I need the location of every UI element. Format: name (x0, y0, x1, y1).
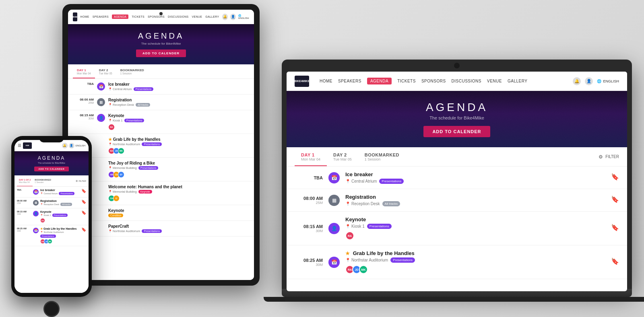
laptop-filter-button[interactable]: ⚙ FILTER (599, 154, 619, 160)
agenda-time: TBA (295, 175, 323, 180)
p-user-avatar[interactable]: 👤 (69, 143, 74, 148)
session-meta: 📍 Northstar Auditorium Presentations (345, 257, 605, 263)
p-filter-label: FILTER (78, 180, 86, 182)
bookmark-icon[interactable]: 🔖 (611, 224, 619, 233)
t-item-content: Keynote 📍 Kiosk 1 Presentations RA (108, 113, 249, 130)
phone-tab-bookmarked[interactable]: BOOKMARKED 1 Session (33, 175, 53, 186)
p-item-content: Registration 📍 Reception Desk All tracks (40, 200, 80, 206)
t-badge: Condition (108, 214, 123, 217)
tablet-agenda-list: TBA 📅 Ice breaker 📍 Central Atrium Prese… (68, 79, 254, 280)
laptop-tab-day1[interactable]: DAY 1 Mon Mar 04 (295, 147, 327, 166)
tablet-tab-bookmarked[interactable]: BOOKMARKED 1 Session (116, 64, 148, 78)
t-nav-sponsors[interactable]: SPONSORS (148, 15, 165, 18)
p-bookmark-icon[interactable]: 🔖 (81, 189, 86, 193)
nav-tickets[interactable]: TICKETS (397, 79, 416, 83)
phone-hero-title: AGENDA (38, 155, 66, 161)
p-session-title: Keynote (40, 210, 80, 213)
session-location: 📍 Central Atrium (345, 179, 377, 183)
nav-venue[interactable]: VENUE (487, 79, 502, 83)
t-nav-home[interactable]: HOME (80, 15, 89, 18)
p-bookmark-icon[interactable]: 🔖 (81, 227, 86, 232)
session-meta: 📍 Reception Desk All tracks (345, 201, 605, 206)
tablet-tab-day2-label: DAY 2 (99, 68, 112, 72)
t-session-title: Ice breaker (108, 82, 249, 86)
t-item-content: Welcome note: Humans and the planet 📍 Me… (108, 185, 249, 202)
nav-home[interactable]: HOME (320, 79, 332, 83)
tablet-tabs: DAY 1 Mon Mar 04 DAY 2 Tue Mar 05 BOOKMA… (68, 64, 254, 79)
t-session-icon (97, 161, 105, 169)
phone-filter-button[interactable]: ⚙ FILTER (76, 180, 86, 182)
list-item: TBA 📅 Ice breaker 📍 Central Atrium Prese… (68, 79, 254, 95)
laptop-tab-bookmarked[interactable]: BOOKMARKED 1 Session (358, 147, 406, 166)
agenda-time: 08:25 AM 30M (295, 258, 323, 267)
tablet-nav-links: HOME SPEAKERS AGENDA TICKETS SPONSORS DI… (80, 14, 219, 19)
phone-add-to-calendar-button[interactable]: ADD TO CALENDER (34, 167, 68, 171)
language-selector[interactable]: 🌐 ENGLISH (597, 79, 619, 83)
agenda-item-content: Registration 📍 Reception Desk All tracks (345, 194, 605, 206)
t-nav-gallery[interactable]: GALLERY (205, 15, 219, 18)
p-bookmark-icon[interactable]: 🔖 (81, 200, 86, 204)
nav-agenda[interactable]: AGENDA (367, 78, 392, 84)
t-nav-tickets[interactable]: TICKETS (132, 15, 144, 18)
t-location: 📍 Northstar Auditorium (108, 142, 140, 146)
agenda-item-content: Ice breaker 📍 Central Atrium Presentatio… (345, 171, 605, 184)
phone-tab-day1[interactable]: DAY 1 OF 2 Mon Mar 04 (17, 175, 33, 186)
list-item: The Joy of Riding a Bike 📍 Memorial Buil… (68, 158, 254, 181)
tablet-hero: AGENDA The schedule for Bike4Mike ADD TO… (68, 24, 254, 64)
nav-sponsors[interactable]: SPONSORS (421, 79, 446, 83)
t-time: 08:00 AM 25M (73, 98, 94, 104)
table-row: TBA 📅 Ice breaker 📍 Central Atrium Prese… (287, 167, 627, 189)
t-nav-speakers[interactable]: SPEAKERS (93, 15, 109, 18)
t-session-meta: 📍 Kiosk 1 Presentations (108, 119, 249, 122)
laptop-nav-links: HOME SPEAKERS AGENDA TICKETS SPONSORS DI… (320, 78, 566, 84)
bell-icon[interactable]: 🔔 (573, 77, 581, 85)
laptop-tab-day1-date: Mon Mar 04 (301, 157, 320, 161)
tablet-tab-day2[interactable]: DAY 2 Tue Mar 05 (95, 64, 116, 78)
t-session-title: Welcome note: Humans and the planet (108, 185, 249, 189)
p-language[interactable]: ENGLISH (76, 144, 85, 147)
t-location: 📍 Reception Desk (108, 103, 134, 107)
laptop-device: BIKE 4MIKE HOME SPEAKERS AGENDA TICKETS … (282, 60, 632, 309)
tablet-add-to-calendar-button[interactable]: ADD TO CALENDER (136, 49, 186, 57)
laptop-tab-day2[interactable]: DAY 2 Tue Mar 05 (327, 147, 358, 166)
phone-hero-subtitle: The schedule for Bike4Mike (38, 162, 65, 164)
t-nav-venue[interactable]: VENUE (192, 15, 202, 18)
p-bell-icon[interactable]: 🔔 (62, 143, 68, 148)
t-session-icon (97, 138, 105, 146)
t-language[interactable]: 🌐 ENGLISH (238, 14, 250, 19)
bookmark-icon[interactable]: 🔖 (611, 196, 619, 205)
t-location: 📍 Northstar Auditorium (108, 229, 140, 233)
p-bookmark-icon[interactable]: 🔖 (81, 210, 86, 215)
t-bell-icon[interactable]: 🔔 (222, 14, 228, 20)
t-session-icon (97, 224, 105, 233)
hamburger-icon[interactable]: ☰ (18, 143, 21, 148)
nav-discussions[interactable]: DISCUSSIONS (452, 79, 481, 83)
t-item-content: ★ Grab Life by the Handles 📍 Northstar A… (108, 137, 249, 154)
t-user-avatar[interactable]: 👤 (230, 14, 236, 20)
t-nav-agenda[interactable]: AGENDA (112, 14, 128, 19)
list-item: ★ Grab Life by the Handles 📍 Northstar A… (68, 134, 254, 158)
tablet-tab-day1[interactable]: DAY 1 Mon Mar 04 (73, 64, 95, 78)
t-speaker-avatars: AB CD EF (108, 171, 249, 178)
nav-speakers[interactable]: SPEAKERS (338, 79, 361, 83)
nav-gallery[interactable]: GALLERY (508, 79, 527, 83)
phone-tab-day1-date: Mon Mar 04 (19, 181, 31, 183)
t-nav-discussions[interactable]: DISCUSSIONS (168, 15, 189, 18)
laptop-add-to-calendar-button[interactable]: ADD TO CALENDER (423, 126, 490, 137)
bookmark-icon[interactable]: 🔖 (611, 257, 619, 267)
t-location: 📍 Central Atrium (108, 87, 132, 91)
user-avatar[interactable]: 👤 (585, 77, 593, 85)
session-badge: Presentations (379, 179, 404, 184)
avatar: MK (359, 265, 368, 274)
phone-home-button[interactable] (43, 301, 60, 317)
time-duration: 30M (295, 229, 323, 233)
session-type-icon: 👤 (328, 223, 340, 234)
p-badge: Presentations (52, 214, 68, 217)
t-session-title: Keynote (108, 113, 249, 118)
t-session-meta: 📍 Memorial Building Keynote (108, 190, 249, 193)
agenda-time: 08:15 AM 30M (295, 224, 323, 233)
bookmark-icon[interactable]: 🔖 (611, 173, 619, 183)
table-row: 08:00 AM 25M ▦ Registration 📍 Reception … (287, 189, 627, 212)
list-item: 08:00 AM 25M ▦ Registration 📍 Reception … (14, 198, 89, 208)
tablet-hero-title: AGENDA (138, 31, 184, 41)
